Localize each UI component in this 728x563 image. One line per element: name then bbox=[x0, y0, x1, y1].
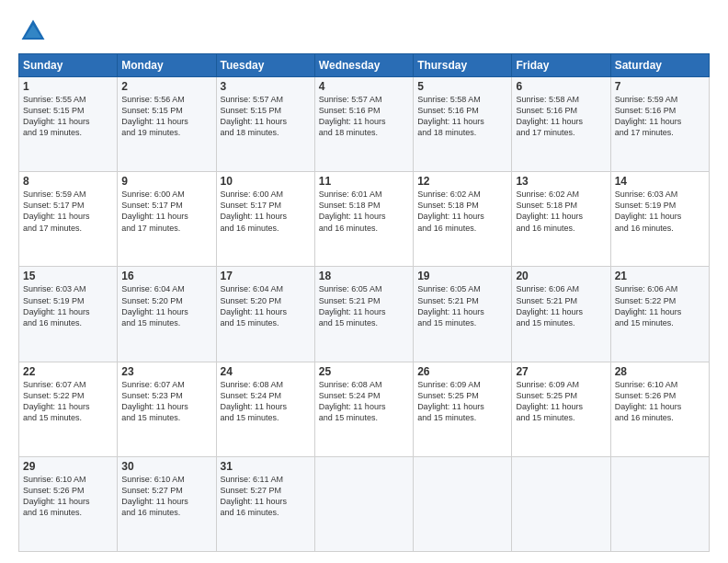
calendar-cell: 20Sunrise: 6:06 AM Sunset: 5:21 PM Dayli… bbox=[512, 267, 610, 362]
calendar-cell: 16Sunrise: 6:04 AM Sunset: 5:20 PM Dayli… bbox=[118, 267, 216, 362]
cell-text: Sunrise: 6:07 AM Sunset: 5:23 PM Dayligh… bbox=[121, 379, 211, 424]
cell-text: Sunrise: 5:57 AM Sunset: 5:15 PM Dayligh… bbox=[221, 94, 311, 139]
calendar-header-sunday: Sunday bbox=[19, 54, 118, 77]
calendar-week-row: 1Sunrise: 5:55 AM Sunset: 5:15 PM Daylig… bbox=[19, 77, 710, 172]
day-number: 26 bbox=[417, 365, 507, 378]
calendar-cell: 21Sunrise: 6:06 AM Sunset: 5:22 PM Dayli… bbox=[610, 267, 709, 362]
day-number: 9 bbox=[121, 175, 211, 188]
cell-text: Sunrise: 6:07 AM Sunset: 5:22 PM Dayligh… bbox=[23, 379, 113, 424]
calendar-header-thursday: Thursday bbox=[414, 54, 512, 77]
calendar-cell: 8Sunrise: 5:59 AM Sunset: 5:17 PM Daylig… bbox=[19, 172, 118, 267]
day-number: 3 bbox=[221, 80, 311, 93]
cell-text: Sunrise: 5:57 AM Sunset: 5:16 PM Dayligh… bbox=[319, 94, 409, 139]
day-number: 11 bbox=[319, 175, 409, 188]
cell-text: Sunrise: 6:10 AM Sunset: 5:27 PM Dayligh… bbox=[121, 474, 211, 519]
cell-text: Sunrise: 6:08 AM Sunset: 5:24 PM Dayligh… bbox=[319, 379, 409, 424]
calendar-cell: 29Sunrise: 6:10 AM Sunset: 5:26 PM Dayli… bbox=[19, 456, 118, 551]
day-number: 21 bbox=[615, 270, 705, 282]
cell-text: Sunrise: 6:02 AM Sunset: 5:18 PM Dayligh… bbox=[516, 189, 606, 234]
calendar-cell: 4Sunrise: 5:57 AM Sunset: 5:16 PM Daylig… bbox=[314, 77, 413, 172]
calendar-cell: 3Sunrise: 5:57 AM Sunset: 5:15 PM Daylig… bbox=[216, 77, 314, 172]
calendar-cell: 7Sunrise: 5:59 AM Sunset: 5:16 PM Daylig… bbox=[610, 77, 709, 172]
calendar-cell: 2Sunrise: 5:56 AM Sunset: 5:15 PM Daylig… bbox=[118, 77, 216, 172]
calendar-week-row: 29Sunrise: 6:10 AM Sunset: 5:26 PM Dayli… bbox=[19, 456, 710, 551]
day-number: 24 bbox=[221, 365, 311, 378]
cell-text: Sunrise: 6:09 AM Sunset: 5:25 PM Dayligh… bbox=[516, 379, 606, 424]
logo bbox=[18, 17, 51, 46]
calendar-cell: 9Sunrise: 6:00 AM Sunset: 5:17 PM Daylig… bbox=[118, 172, 216, 267]
calendar-week-row: 22Sunrise: 6:07 AM Sunset: 5:22 PM Dayli… bbox=[19, 362, 710, 456]
calendar-cell: 5Sunrise: 5:58 AM Sunset: 5:16 PM Daylig… bbox=[414, 77, 512, 172]
cell-text: Sunrise: 5:56 AM Sunset: 5:15 PM Dayligh… bbox=[121, 94, 211, 139]
day-number: 6 bbox=[516, 80, 606, 93]
day-number: 10 bbox=[221, 175, 311, 188]
cell-text: Sunrise: 5:58 AM Sunset: 5:16 PM Dayligh… bbox=[417, 94, 507, 139]
cell-text: Sunrise: 6:04 AM Sunset: 5:20 PM Dayligh… bbox=[221, 283, 311, 328]
calendar-cell: 31Sunrise: 6:11 AM Sunset: 5:27 PM Dayli… bbox=[216, 456, 314, 551]
calendar-cell: 27Sunrise: 6:09 AM Sunset: 5:25 PM Dayli… bbox=[512, 362, 610, 456]
calendar-cell: 12Sunrise: 6:02 AM Sunset: 5:18 PM Dayli… bbox=[414, 172, 512, 267]
calendar-cell: 15Sunrise: 6:03 AM Sunset: 5:19 PM Dayli… bbox=[19, 267, 118, 362]
day-number: 5 bbox=[417, 80, 507, 93]
day-number: 12 bbox=[417, 175, 507, 188]
cell-text: Sunrise: 6:11 AM Sunset: 5:27 PM Dayligh… bbox=[221, 474, 311, 519]
day-number: 27 bbox=[516, 365, 606, 378]
calendar-header-tuesday: Tuesday bbox=[216, 54, 314, 77]
day-number: 25 bbox=[319, 365, 409, 378]
day-number: 28 bbox=[615, 365, 705, 378]
calendar-cell: 19Sunrise: 6:05 AM Sunset: 5:21 PM Dayli… bbox=[414, 267, 512, 362]
calendar-cell bbox=[610, 456, 709, 551]
calendar-cell: 1Sunrise: 5:55 AM Sunset: 5:15 PM Daylig… bbox=[19, 77, 118, 172]
cell-text: Sunrise: 6:10 AM Sunset: 5:26 PM Dayligh… bbox=[615, 379, 705, 424]
calendar-week-row: 8Sunrise: 5:59 AM Sunset: 5:17 PM Daylig… bbox=[19, 172, 710, 267]
day-number: 16 bbox=[121, 270, 211, 282]
day-number: 13 bbox=[516, 175, 606, 188]
cell-text: Sunrise: 6:06 AM Sunset: 5:22 PM Dayligh… bbox=[615, 283, 705, 328]
cell-text: Sunrise: 6:10 AM Sunset: 5:26 PM Dayligh… bbox=[23, 474, 113, 519]
cell-text: Sunrise: 6:03 AM Sunset: 5:19 PM Dayligh… bbox=[615, 189, 705, 234]
cell-text: Sunrise: 5:58 AM Sunset: 5:16 PM Dayligh… bbox=[516, 94, 606, 139]
day-number: 1 bbox=[23, 80, 113, 93]
calendar-cell: 11Sunrise: 6:01 AM Sunset: 5:18 PM Dayli… bbox=[314, 172, 413, 267]
calendar-cell: 22Sunrise: 6:07 AM Sunset: 5:22 PM Dayli… bbox=[19, 362, 118, 456]
calendar-header-saturday: Saturday bbox=[610, 54, 709, 77]
cell-text: Sunrise: 6:08 AM Sunset: 5:24 PM Dayligh… bbox=[221, 379, 311, 424]
calendar-header-row: SundayMondayTuesdayWednesdayThursdayFrid… bbox=[19, 54, 710, 77]
calendar-cell: 26Sunrise: 6:09 AM Sunset: 5:25 PM Dayli… bbox=[414, 362, 512, 456]
calendar-cell: 25Sunrise: 6:08 AM Sunset: 5:24 PM Dayli… bbox=[314, 362, 413, 456]
day-number: 18 bbox=[319, 270, 409, 282]
cell-text: Sunrise: 6:02 AM Sunset: 5:18 PM Dayligh… bbox=[417, 189, 507, 234]
day-number: 22 bbox=[23, 365, 113, 378]
calendar-cell: 30Sunrise: 6:10 AM Sunset: 5:27 PM Dayli… bbox=[118, 456, 216, 551]
calendar-cell: 13Sunrise: 6:02 AM Sunset: 5:18 PM Dayli… bbox=[512, 172, 610, 267]
day-number: 31 bbox=[221, 460, 311, 473]
cell-text: Sunrise: 6:03 AM Sunset: 5:19 PM Dayligh… bbox=[23, 283, 113, 328]
cell-text: Sunrise: 6:00 AM Sunset: 5:17 PM Dayligh… bbox=[221, 189, 311, 234]
day-number: 20 bbox=[516, 270, 606, 282]
day-number: 14 bbox=[615, 175, 705, 188]
cell-text: Sunrise: 5:59 AM Sunset: 5:16 PM Dayligh… bbox=[615, 94, 705, 139]
calendar-cell: 23Sunrise: 6:07 AM Sunset: 5:23 PM Dayli… bbox=[118, 362, 216, 456]
cell-text: Sunrise: 6:04 AM Sunset: 5:20 PM Dayligh… bbox=[121, 283, 211, 328]
day-number: 15 bbox=[23, 270, 113, 282]
day-number: 7 bbox=[615, 80, 705, 93]
page: SundayMondayTuesdayWednesdayThursdayFrid… bbox=[0, 0, 728, 563]
day-number: 2 bbox=[121, 80, 211, 93]
calendar-week-row: 15Sunrise: 6:03 AM Sunset: 5:19 PM Dayli… bbox=[19, 267, 710, 362]
cell-text: Sunrise: 5:55 AM Sunset: 5:15 PM Dayligh… bbox=[23, 94, 113, 139]
calendar-cell: 28Sunrise: 6:10 AM Sunset: 5:26 PM Dayli… bbox=[610, 362, 709, 456]
cell-text: Sunrise: 6:06 AM Sunset: 5:21 PM Dayligh… bbox=[516, 283, 606, 328]
calendar-header-wednesday: Wednesday bbox=[314, 54, 413, 77]
calendar-cell: 17Sunrise: 6:04 AM Sunset: 5:20 PM Dayli… bbox=[216, 267, 314, 362]
calendar-cell: 14Sunrise: 6:03 AM Sunset: 5:19 PM Dayli… bbox=[610, 172, 709, 267]
calendar-cell: 6Sunrise: 5:58 AM Sunset: 5:16 PM Daylig… bbox=[512, 77, 610, 172]
header bbox=[18, 17, 710, 46]
calendar-header-friday: Friday bbox=[512, 54, 610, 77]
day-number: 8 bbox=[23, 175, 113, 188]
day-number: 19 bbox=[417, 270, 507, 282]
calendar-cell: 18Sunrise: 6:05 AM Sunset: 5:21 PM Dayli… bbox=[314, 267, 413, 362]
day-number: 23 bbox=[121, 365, 211, 378]
cell-text: Sunrise: 5:59 AM Sunset: 5:17 PM Dayligh… bbox=[23, 189, 113, 234]
calendar-cell bbox=[512, 456, 610, 551]
cell-text: Sunrise: 6:05 AM Sunset: 5:21 PM Dayligh… bbox=[319, 283, 409, 328]
